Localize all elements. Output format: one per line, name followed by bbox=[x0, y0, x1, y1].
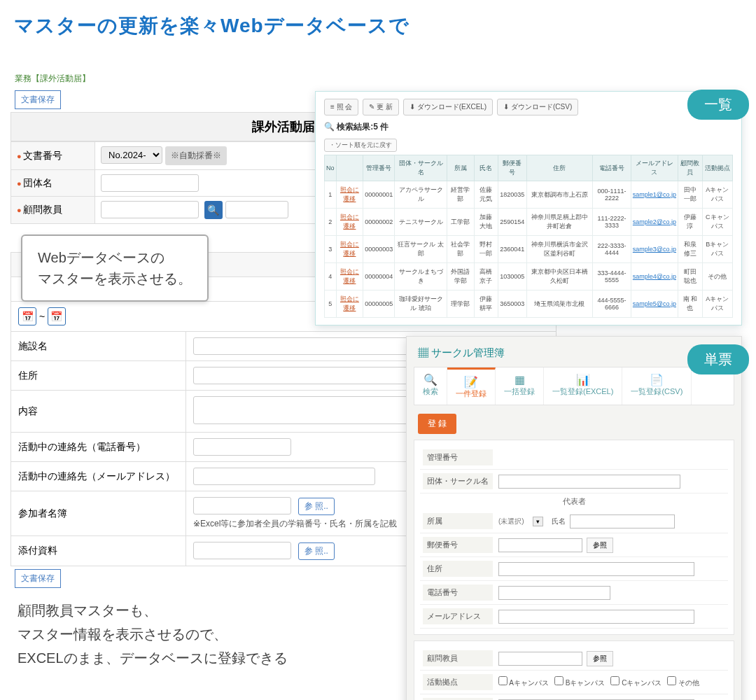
calendar-to-icon[interactable]: 📅 bbox=[48, 307, 66, 326]
mail-label-s: メールアドレス bbox=[423, 608, 493, 624]
tel-input-s[interactable] bbox=[498, 586, 610, 600]
table-cell: 社会学部 bbox=[447, 236, 474, 263]
row-mail-link[interactable]: sample5@co.jp bbox=[631, 290, 678, 318]
campus-other-checkbox[interactable]: その他 bbox=[667, 676, 699, 688]
mail-input-s[interactable] bbox=[498, 610, 694, 624]
list-toolbar: ≡ 照 会 ✎ 更 新 ⬇ ダウンロード(EXCEL) ⬇ ダウンロード(CSV… bbox=[324, 99, 733, 115]
table-cell: 00000003 bbox=[363, 236, 395, 263]
table-cell: Aキャンパス bbox=[702, 181, 732, 209]
sort-reset-button[interactable]: ・ソート順を元に戻す bbox=[324, 139, 397, 152]
view-button[interactable]: ≡ 照 会 bbox=[324, 99, 358, 115]
tel-label-s: 電話番号 bbox=[423, 584, 493, 601]
mgmt-no-label: 管理番号 bbox=[423, 449, 493, 465]
tab-search[interactable]: 🔍検索 bbox=[414, 368, 447, 405]
table-cell: 東京都中央区日本橋久松町 bbox=[526, 263, 593, 290]
bottom-caption: 顧問教員マスターも、 マスター情報を表示させるので、 EXCELのまま、データベ… bbox=[18, 598, 288, 670]
tab-bulk[interactable]: ▦一括登録 bbox=[496, 368, 544, 405]
table-cell: 5 bbox=[325, 290, 337, 318]
dept-label-s: 所属 bbox=[423, 513, 493, 529]
row-view-link[interactable]: 照会に遷移 bbox=[336, 290, 363, 318]
calendar-from-icon[interactable]: 📅 bbox=[18, 307, 36, 326]
table-header: 管理番号 bbox=[363, 155, 395, 181]
row-mail-link[interactable]: sample2@co.jp bbox=[631, 209, 678, 236]
search-icon: 🔍 bbox=[423, 373, 438, 386]
campus-a-checkbox[interactable]: Aキャンパス bbox=[498, 676, 549, 688]
attach-browse-button[interactable]: 参 照.. bbox=[298, 542, 335, 560]
table-cell: アカペラサークル bbox=[395, 181, 447, 209]
table-cell: 高橋 京子 bbox=[474, 263, 498, 290]
table-cell: 田中 一郎 bbox=[678, 181, 702, 209]
row-mail-link[interactable]: sample4@co.jp bbox=[631, 263, 678, 290]
download-csv-button[interactable]: ⬇ ダウンロード(CSV) bbox=[497, 99, 578, 115]
group-name-label: 団体・サークル名 bbox=[423, 473, 493, 489]
table-cell: 神奈川県横浜市金沢区釜利谷町 bbox=[526, 236, 593, 263]
table-header: No bbox=[325, 155, 337, 181]
roster-input[interactable] bbox=[193, 497, 291, 514]
name-label-s: 氏名 bbox=[552, 517, 566, 526]
advisor-search-icon[interactable]: 🔍 bbox=[204, 201, 223, 219]
table-cell: 町田 聡也 bbox=[678, 263, 702, 290]
table-cell: 工学部 bbox=[447, 209, 474, 236]
table-cell: その他 bbox=[702, 263, 732, 290]
data-table: No管理番号団体・サークル名所属氏名郵便番号住所電話番号メールアドレス顧問教員活… bbox=[324, 155, 733, 318]
name-input-s[interactable] bbox=[570, 514, 675, 528]
bulk-icon: ▦ bbox=[504, 373, 535, 386]
single-panel: サークル管理簿 🔍検索 📝一件登録 ▦一括登録 📊一覧登録(EXCEL) 📄一覧… bbox=[406, 336, 742, 700]
tab-list-csv[interactable]: 📄一覧登録(CSV) bbox=[622, 368, 692, 405]
base-label-s: 活動拠点 bbox=[423, 674, 493, 690]
dropdown-icon[interactable]: ▾ bbox=[533, 517, 543, 526]
table-header: 団体・サークル名 bbox=[395, 155, 447, 181]
row-mail-link[interactable]: sample3@co.jp bbox=[631, 236, 678, 263]
zip-input-s[interactable] bbox=[498, 538, 582, 552]
advisor-browse-button[interactable]: 参照 bbox=[587, 651, 613, 666]
save-button-bottom[interactable]: 文書保存 bbox=[15, 569, 61, 588]
row-view-link[interactable]: 照会に遷移 bbox=[336, 236, 363, 263]
tab-list-excel[interactable]: 📊一覧登録(EXCEL) bbox=[544, 368, 622, 405]
row-view-link[interactable]: 照会に遷移 bbox=[336, 209, 363, 236]
table-cell: 3 bbox=[325, 236, 337, 263]
update-button[interactable]: ✎ 更 新 bbox=[363, 99, 399, 115]
table-cell: 伊藤 淳 bbox=[678, 209, 702, 236]
table-cell: 経営学部 bbox=[447, 181, 474, 209]
table-cell: 和泉 修三 bbox=[678, 236, 702, 263]
zip-browse-button[interactable]: 参照 bbox=[587, 538, 613, 553]
table-header: 電話番号 bbox=[593, 155, 631, 181]
register-button[interactable]: 登 録 bbox=[418, 414, 456, 434]
doc-no-select[interactable]: No.2024- bbox=[101, 146, 162, 164]
row-view-link[interactable]: 照会に遷移 bbox=[336, 263, 363, 290]
campus-c-checkbox[interactable]: Cキャンパス bbox=[610, 676, 662, 688]
csv-icon: 📄 bbox=[631, 373, 682, 386]
advisor-input[interactable] bbox=[101, 201, 199, 218]
row-view-link[interactable]: 照会に遷移 bbox=[336, 181, 363, 209]
list-panel: ≡ 照 会 ✎ 更 新 ⬇ ダウンロード(EXCEL) ⬇ ダウンロード(CSV… bbox=[315, 91, 742, 326]
table-cell: 111-2222-3333 bbox=[593, 209, 631, 236]
download-excel-button[interactable]: ⬇ ダウンロード(EXCEL) bbox=[403, 99, 493, 115]
group-input[interactable] bbox=[101, 174, 199, 192]
campus-b-checkbox[interactable]: Bキャンパス bbox=[554, 676, 605, 688]
table-cell: 加藤 大地 bbox=[474, 209, 498, 236]
attach-input[interactable] bbox=[193, 542, 291, 559]
table-cell: 伊藤 耕平 bbox=[474, 290, 498, 318]
table-row: 5照会に遷移00000005珈琲愛好サークル 琥珀理学部伊藤 耕平3650003… bbox=[325, 290, 733, 318]
roster-browse-button[interactable]: 参 照.. bbox=[298, 498, 335, 515]
table-header: 住所 bbox=[526, 155, 593, 181]
table-header: 顧問教員 bbox=[678, 155, 702, 181]
mail-input[interactable] bbox=[193, 468, 375, 485]
group-name-input[interactable] bbox=[498, 475, 680, 489]
advisor-extra-input[interactable] bbox=[225, 201, 288, 218]
tel-input[interactable] bbox=[193, 438, 291, 456]
zip-label-s: 郵便番号 bbox=[423, 537, 493, 553]
address-label: 住所 bbox=[11, 361, 186, 391]
addr-input-s[interactable] bbox=[498, 562, 694, 576]
dept-unselected: (未選択) bbox=[498, 517, 524, 526]
advisor-input-s[interactable] bbox=[498, 652, 582, 666]
table-header: 郵便番号 bbox=[498, 155, 526, 181]
rep-sub-header: 代表者 bbox=[420, 493, 728, 510]
tab-entry[interactable]: 📝一件登録 bbox=[447, 368, 496, 405]
save-button-top[interactable]: 文書保存 bbox=[15, 90, 61, 109]
advisor-label: 顧問教員 bbox=[23, 204, 62, 215]
table-cell: 珈琲愛好サークル 琥珀 bbox=[395, 290, 447, 318]
search-result-count: 検索結果:5 件 bbox=[324, 121, 733, 133]
table-cell: 理学部 bbox=[447, 290, 474, 318]
row-mail-link[interactable]: sample1@co.jp bbox=[631, 181, 678, 209]
